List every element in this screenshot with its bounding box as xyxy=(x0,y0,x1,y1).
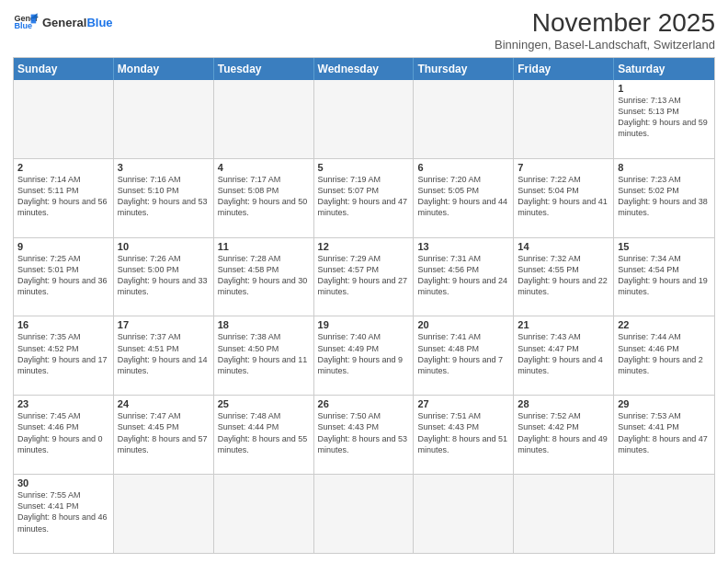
calendar-cell-23: 23Sunrise: 7:45 AMSunset: 4:46 PMDayligh… xyxy=(14,396,114,474)
calendar-cell-15: 15Sunrise: 7:34 AMSunset: 4:54 PMDayligh… xyxy=(614,238,714,316)
day-info: Sunrise: 7:26 AMSunset: 5:00 PMDaylight:… xyxy=(118,253,210,298)
day-number: 16 xyxy=(17,319,109,330)
page-header: General Blue GeneralBlue November 2025 B… xyxy=(13,9,715,52)
day-info: Sunrise: 7:25 AMSunset: 5:01 PMDaylight:… xyxy=(17,253,109,298)
day-number: 12 xyxy=(318,241,410,252)
day-info: Sunrise: 7:20 AMSunset: 5:05 PMDaylight:… xyxy=(417,174,509,219)
calendar-cell-17: 17Sunrise: 7:37 AMSunset: 4:51 PMDayligh… xyxy=(114,316,214,395)
logo-text: GeneralBlue xyxy=(42,16,113,29)
day-info: Sunrise: 7:40 AMSunset: 4:49 PMDaylight:… xyxy=(318,331,410,376)
calendar-header-thursday: Thursday xyxy=(414,58,514,80)
logo: General Blue GeneralBlue xyxy=(13,9,113,35)
calendar-cell-20: 20Sunrise: 7:41 AMSunset: 4:48 PMDayligh… xyxy=(414,316,514,395)
day-number: 3 xyxy=(118,162,210,173)
day-info: Sunrise: 7:19 AMSunset: 5:07 PMDaylight:… xyxy=(318,174,410,219)
title-block: November 2025 Binningen, Basel-Landschaf… xyxy=(495,9,715,52)
calendar-cell-24: 24Sunrise: 7:47 AMSunset: 4:45 PMDayligh… xyxy=(114,396,214,474)
day-info: Sunrise: 7:38 AMSunset: 4:50 PMDaylight:… xyxy=(218,331,310,376)
day-number: 13 xyxy=(417,241,509,252)
calendar-header-saturday: Saturday xyxy=(614,58,714,80)
day-number: 7 xyxy=(518,162,609,173)
day-info: Sunrise: 7:50 AMSunset: 4:43 PMDaylight:… xyxy=(318,410,410,455)
calendar-cell-empty xyxy=(314,80,415,158)
day-number: 15 xyxy=(618,241,711,252)
day-number: 11 xyxy=(218,241,310,252)
calendar-cell-19: 19Sunrise: 7:40 AMSunset: 4:49 PMDayligh… xyxy=(314,316,415,395)
day-info: Sunrise: 7:41 AMSunset: 4:48 PMDaylight:… xyxy=(417,331,509,376)
day-number: 4 xyxy=(218,162,310,173)
day-info: Sunrise: 7:13 AMSunset: 5:13 PMDaylight:… xyxy=(618,95,711,140)
calendar-cell-3: 3Sunrise: 7:16 AMSunset: 5:10 PMDaylight… xyxy=(114,159,214,237)
calendar-cell-empty xyxy=(314,475,415,553)
calendar-week-1: 2Sunrise: 7:14 AMSunset: 5:11 PMDaylight… xyxy=(14,159,714,238)
day-info: Sunrise: 7:17 AMSunset: 5:08 PMDaylight:… xyxy=(218,174,310,219)
calendar-cell-22: 22Sunrise: 7:44 AMSunset: 4:46 PMDayligh… xyxy=(614,316,714,395)
calendar-cell-29: 29Sunrise: 7:53 AMSunset: 4:41 PMDayligh… xyxy=(614,396,714,474)
calendar-cell-empty xyxy=(514,475,614,553)
calendar-cell-empty xyxy=(214,80,314,158)
day-info: Sunrise: 7:16 AMSunset: 5:10 PMDaylight:… xyxy=(118,174,210,219)
calendar-cell-7: 7Sunrise: 7:22 AMSunset: 5:04 PMDaylight… xyxy=(514,159,614,237)
calendar-cell-empty xyxy=(514,80,614,158)
main-title: November 2025 xyxy=(495,9,715,38)
calendar-body: 1Sunrise: 7:13 AMSunset: 5:13 PMDaylight… xyxy=(14,80,714,553)
day-number: 10 xyxy=(118,241,210,252)
calendar-week-5: 30Sunrise: 7:55 AMSunset: 4:41 PMDayligh… xyxy=(14,475,714,553)
day-number: 9 xyxy=(17,241,109,252)
day-number: 1 xyxy=(618,83,711,94)
day-info: Sunrise: 7:51 AMSunset: 4:43 PMDaylight:… xyxy=(417,410,509,455)
day-number: 2 xyxy=(17,162,109,173)
day-info: Sunrise: 7:52 AMSunset: 4:42 PMDaylight:… xyxy=(518,410,609,455)
calendar-cell-9: 9Sunrise: 7:25 AMSunset: 5:01 PMDaylight… xyxy=(14,238,114,316)
day-number: 6 xyxy=(417,162,509,173)
day-number: 19 xyxy=(318,319,410,330)
calendar-header-monday: Monday xyxy=(114,58,214,80)
calendar-cell-28: 28Sunrise: 7:52 AMSunset: 4:42 PMDayligh… xyxy=(514,396,614,474)
day-number: 30 xyxy=(17,477,109,488)
day-info: Sunrise: 7:28 AMSunset: 4:58 PMDaylight:… xyxy=(218,253,310,298)
logo-icon: General Blue xyxy=(13,9,39,35)
calendar-cell-empty xyxy=(614,475,714,553)
calendar-cell-empty xyxy=(114,80,214,158)
day-info: Sunrise: 7:55 AMSunset: 4:41 PMDaylight:… xyxy=(17,489,109,534)
calendar-cell-16: 16Sunrise: 7:35 AMSunset: 4:52 PMDayligh… xyxy=(14,316,114,395)
day-info: Sunrise: 7:23 AMSunset: 5:02 PMDaylight:… xyxy=(618,174,711,219)
day-info: Sunrise: 7:35 AMSunset: 4:52 PMDaylight:… xyxy=(17,331,109,376)
calendar-cell-10: 10Sunrise: 7:26 AMSunset: 5:00 PMDayligh… xyxy=(114,238,214,316)
calendar-cell-6: 6Sunrise: 7:20 AMSunset: 5:05 PMDaylight… xyxy=(414,159,514,237)
svg-text:Blue: Blue xyxy=(14,21,32,30)
day-info: Sunrise: 7:45 AMSunset: 4:46 PMDaylight:… xyxy=(17,410,109,455)
calendar-cell-14: 14Sunrise: 7:32 AMSunset: 4:55 PMDayligh… xyxy=(514,238,614,316)
calendar-cell-25: 25Sunrise: 7:48 AMSunset: 4:44 PMDayligh… xyxy=(214,396,314,474)
day-number: 23 xyxy=(17,398,109,409)
calendar-cell-empty xyxy=(414,80,514,158)
calendar-header-tuesday: Tuesday xyxy=(214,58,314,80)
day-number: 22 xyxy=(618,319,711,330)
calendar-cell-1: 1Sunrise: 7:13 AMSunset: 5:13 PMDaylight… xyxy=(614,80,714,158)
day-info: Sunrise: 7:44 AMSunset: 4:46 PMDaylight:… xyxy=(618,331,711,376)
day-info: Sunrise: 7:43 AMSunset: 4:47 PMDaylight:… xyxy=(518,331,609,376)
day-number: 18 xyxy=(218,319,310,330)
calendar-cell-26: 26Sunrise: 7:50 AMSunset: 4:43 PMDayligh… xyxy=(314,396,415,474)
calendar-cell-empty xyxy=(14,80,114,158)
calendar-cell-2: 2Sunrise: 7:14 AMSunset: 5:11 PMDaylight… xyxy=(14,159,114,237)
calendar-cell-empty xyxy=(414,475,514,553)
calendar-week-4: 23Sunrise: 7:45 AMSunset: 4:46 PMDayligh… xyxy=(14,396,714,475)
calendar-week-0: 1Sunrise: 7:13 AMSunset: 5:13 PMDaylight… xyxy=(14,80,714,159)
calendar-cell-18: 18Sunrise: 7:38 AMSunset: 4:50 PMDayligh… xyxy=(214,316,314,395)
calendar-cell-empty xyxy=(114,475,214,553)
day-number: 14 xyxy=(518,241,609,252)
day-number: 28 xyxy=(518,398,609,409)
calendar-cell-11: 11Sunrise: 7:28 AMSunset: 4:58 PMDayligh… xyxy=(214,238,314,316)
day-number: 8 xyxy=(618,162,711,173)
day-info: Sunrise: 7:14 AMSunset: 5:11 PMDaylight:… xyxy=(17,174,109,219)
calendar-week-2: 9Sunrise: 7:25 AMSunset: 5:01 PMDaylight… xyxy=(14,238,714,317)
day-info: Sunrise: 7:53 AMSunset: 4:41 PMDaylight:… xyxy=(618,410,711,455)
calendar-cell-13: 13Sunrise: 7:31 AMSunset: 4:56 PMDayligh… xyxy=(414,238,514,316)
calendar-cell-4: 4Sunrise: 7:17 AMSunset: 5:08 PMDaylight… xyxy=(214,159,314,237)
calendar-cell-27: 27Sunrise: 7:51 AMSunset: 4:43 PMDayligh… xyxy=(414,396,514,474)
day-number: 20 xyxy=(417,319,509,330)
day-number: 24 xyxy=(118,398,210,409)
calendar-cell-5: 5Sunrise: 7:19 AMSunset: 5:07 PMDaylight… xyxy=(314,159,415,237)
calendar: SundayMondayTuesdayWednesdayThursdayFrid… xyxy=(13,57,715,554)
